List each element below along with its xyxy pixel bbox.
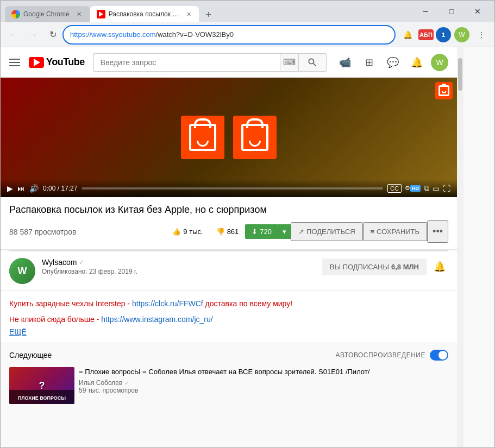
youtube-logo-icon (29, 57, 44, 68)
autoplay-toggle[interactable] (430, 350, 448, 361)
subscribe-button[interactable]: ВЫ ПОДПИСАНЫ 6,8 МЛН (322, 258, 427, 275)
channel-details: Wylsacom ✓ Опубликовано: 23 февр. 2019 г… (42, 258, 316, 275)
video-meta: 88 587 просмотров 👍 9 тыс. 👎 861 (9, 220, 448, 243)
video-player[interactable]: ▶ ⏭ 🔊 0:00 / 17:27 CC ⚙HD (1, 78, 457, 197)
rec-views: 59 тыс. просмотров (79, 387, 448, 394)
video-info: Распаковка посылок из Китая без Apple, н… (1, 197, 457, 250)
minimize-button[interactable]: ─ (413, 3, 438, 20)
youtube-header: YouTube ⌨ 📹 ⊞ 💬 🔔 W (1, 47, 457, 78)
autoplay-label: АВТОВОСПРОИЗВЕДЕНИЕ (336, 351, 425, 359)
menu-line-2 (9, 62, 20, 63)
rec-item[interactable]: ? ПЛОХИЕ ВОПРОСЫ = Плохие вопросЫ = Собо… (9, 367, 448, 404)
user-avatar[interactable]: W (431, 54, 448, 71)
settings-button[interactable]: ⚙HD (405, 185, 421, 192)
tab-youtube[interactable]: Распаковка посылок из Китая б ✕ (90, 6, 199, 22)
notifications-button[interactable]: 🔔 (407, 53, 427, 72)
yt-menu-button[interactable] (9, 59, 20, 66)
video-controls: ▶ ⏭ 🔊 0:00 / 17:27 CC ⚙HD (1, 179, 457, 197)
rec-channel-verified-icon: ✓ (124, 380, 129, 386)
corner-logo (435, 82, 453, 99)
play-button[interactable]: ▶ (7, 184, 13, 193)
title-bar: Google Chrome ✕ Распаковка посылок из Ки… (1, 1, 494, 22)
search-button[interactable] (298, 53, 327, 72)
corner-bag-handle (442, 84, 446, 86)
channel-published: Опубликовано: 23 февр. 2019 г. (42, 268, 316, 275)
extension-icon[interactable]: 1 (436, 27, 451, 42)
subscriber-count: 6,8 МЛН (391, 263, 419, 271)
player-right-controls: CC ⚙HD ⧉ ▭ ⛶ (387, 184, 450, 193)
autoplay-container: АВТОВОСПРОИЗВЕДЕНИЕ (336, 350, 448, 361)
ali-bag-icon-2 (241, 124, 268, 151)
desc-line2-text: Не кликой сюда больше - (9, 315, 101, 324)
total-time: 17:27 (61, 185, 77, 192)
verified-badge-icon: ✓ (79, 258, 84, 266)
view-count: 88 587 просмотров (9, 228, 166, 236)
desc-line-1: Купить зарядные чехлы Interstep - https:… (9, 298, 448, 310)
search-bar: ⌨ (93, 53, 327, 72)
subtitles-button[interactable]: CC (387, 184, 402, 193)
browser-window: Google Chrome ✕ Распаковка посылок из Ки… (0, 0, 495, 448)
address-bar[interactable]: https://www.ssyoutube.com/watch?v=D-VOW3… (64, 26, 394, 43)
more-button[interactable]: ••• (427, 220, 448, 243)
quality-badge: HD (410, 185, 421, 192)
chrome-menu-button[interactable]: ⋮ (473, 26, 490, 43)
keyboard-icon[interactable]: ⌨ (280, 53, 298, 72)
search-input[interactable] (93, 53, 280, 72)
share-icon: ↗ (298, 228, 304, 236)
desc-line1-link[interactable]: https://clck.ru/FFWCf (132, 299, 203, 308)
reload-button[interactable]: ↻ (44, 26, 61, 43)
window-controls: ─ □ ✕ (413, 3, 490, 20)
scrollbar-thumb[interactable] (458, 58, 462, 91)
video-container: YouTube ⌨ 📹 ⊞ 💬 🔔 W (1, 47, 457, 447)
fullscreen-button[interactable]: ⛶ (443, 184, 450, 193)
tab-youtube-close[interactable]: ✕ (186, 10, 192, 18)
channel-bell-button[interactable]: 🔔 (431, 258, 448, 275)
save-label: СОХРАНИТЬ (377, 228, 419, 236)
back-button[interactable]: ← (5, 26, 22, 43)
corner-bag-icon (438, 85, 449, 96)
download-quality: 720 (260, 228, 272, 236)
desc-line2-link[interactable]: https://www.instagram.com/jc_ru/ (101, 315, 212, 324)
navigation-bar: ← → ↻ https://www.ssyoutube.com/watch?v=… (1, 22, 494, 47)
show-more-button[interactable]: ЕЩЁ (9, 327, 448, 336)
maximize-button[interactable]: □ (439, 3, 464, 20)
progress-bar[interactable] (82, 187, 383, 190)
scrollbar-track (457, 47, 463, 447)
theater-button[interactable]: ▭ (433, 184, 440, 193)
skip-button[interactable]: ⏭ (17, 184, 25, 193)
address-plain: https://www.ssyoutube.com (70, 30, 156, 39)
download-container: ⬇ 720 ▾ (245, 224, 291, 239)
aliexpress-logo-2 (233, 116, 277, 159)
download-button[interactable]: ⬇ 720 (245, 224, 278, 239)
messages-button[interactable]: 💬 (383, 53, 403, 72)
tab-bar: Google Chrome ✕ Распаковка посылок из Ки… (5, 1, 409, 22)
share-button[interactable]: ↗ ПОДЕЛИТЬСЯ (291, 222, 362, 241)
miniplayer-button[interactable]: ⧉ (424, 184, 429, 193)
like-count: 9 тыс. (183, 228, 203, 236)
main-content: YouTube ⌨ 📹 ⊞ 💬 🔔 W (1, 47, 494, 447)
save-icon: ≡ (371, 228, 375, 236)
address-path: /watch?v=D-VOW32iBy0 (156, 30, 234, 39)
close-button[interactable]: ✕ (465, 3, 490, 20)
toggle-knob (438, 351, 447, 359)
adblock-icon[interactable]: АБП (418, 29, 434, 40)
channel-info: W Wylsacom ✓ Опубликовано: 23 февр. 2019… (1, 251, 457, 291)
dislike-button[interactable]: 👎 861 (210, 223, 246, 240)
forward-button[interactable]: → (24, 26, 42, 43)
notification-icon[interactable]: 🔔 (399, 26, 416, 43)
apps-grid-button[interactable]: ⊞ (359, 53, 379, 72)
like-button[interactable]: 👍 9 тыс. (166, 223, 209, 240)
save-button[interactable]: ≡ СОХРАНИТЬ (363, 222, 428, 241)
new-tab-button[interactable]: + (201, 7, 216, 22)
tab-google-chrome-close[interactable]: ✕ (75, 10, 84, 18)
volume-button[interactable]: 🔊 (29, 184, 39, 193)
rec-thumb-label-text: ПЛОХИЕ ВОПРОСЫ (18, 395, 66, 401)
create-video-button[interactable]: 📹 (335, 53, 355, 72)
channel-avatar[interactable]: W (9, 258, 35, 284)
download-dropdown-button[interactable]: ▾ (278, 224, 291, 239)
rec-channel-name: Илья Соболев (79, 379, 122, 387)
tab-google-chrome[interactable]: Google Chrome ✕ (5, 6, 90, 22)
account-avatar[interactable]: W (453, 26, 471, 43)
youtube-logo[interactable]: YouTube (29, 56, 85, 68)
recommendations-title: Следующее (9, 351, 52, 359)
